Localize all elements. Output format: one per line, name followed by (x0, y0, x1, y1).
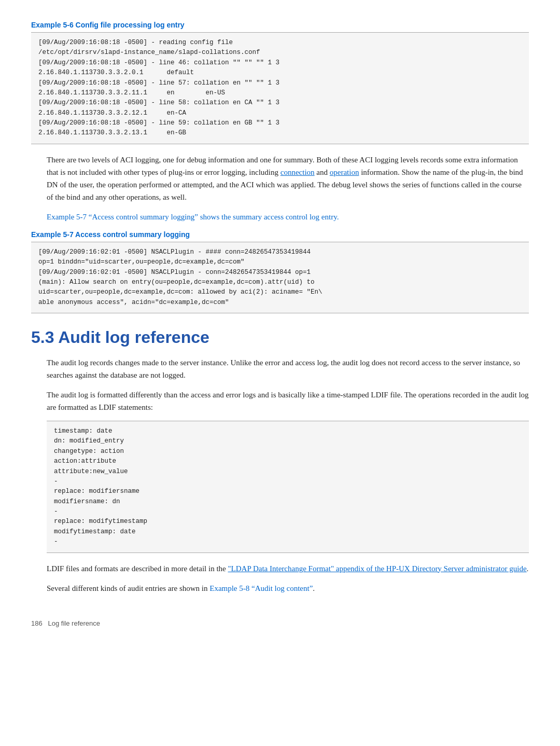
prose-3-post: . (313, 584, 315, 592)
example-57-code: [09/Aug/2009:16:02:01 -0500] NSACLPlugin… (31, 242, 529, 313)
section-53-prose-2: The audit log is formatted differently t… (47, 389, 529, 413)
example-56-code: [09/Aug/2009:16:08:18 -0500] - reading c… (31, 32, 529, 144)
ldif-prose-post: . (527, 564, 529, 573)
prose-3: Several different kinds of audit entries… (47, 582, 529, 595)
ldif-prose-pre: LDIF files and formats are described in … (47, 564, 228, 573)
ldif-prose: LDIF files and formats are described in … (47, 562, 529, 575)
page-number: 186 (31, 619, 43, 627)
footer-text: Log file reference (48, 619, 100, 627)
example-56-title: Example 5-6 Config file processing log e… (31, 21, 529, 29)
section-53-prose-1: The audit log records changes made to th… (47, 356, 529, 381)
example-56-section: Example 5-6 Config file processing log e… (31, 21, 529, 144)
aci-prose-1-and: and (315, 168, 330, 176)
example-57-title: Example 5-7 Access control summary loggi… (31, 230, 529, 239)
example-57-ref: Example 5-7 “Access control summary logg… (47, 213, 339, 221)
operation-link[interactable]: operation (330, 168, 359, 176)
page-footer: 186 Log file reference (31, 615, 529, 627)
section-53-code: timestamp: date dn: modified_entry chang… (47, 421, 529, 553)
section-53-heading: 5.3 Audit log reference (31, 328, 529, 347)
example-57-section: Example 5-7 Access control summary loggi… (31, 230, 529, 313)
connection-link[interactable]: connection (281, 168, 315, 176)
aci-prose-2: Example 5-7 “Access control summary logg… (47, 211, 529, 223)
example-58-ref: Example 5-8 “Audit log content” (209, 584, 313, 592)
aci-prose-1: There are two levels of ACI logging, one… (47, 154, 529, 203)
ldif-link[interactable]: "LDAP Data Interchange Format" appendix … (228, 564, 526, 573)
prose-3-pre: Several different kinds of audit entries… (47, 584, 209, 592)
